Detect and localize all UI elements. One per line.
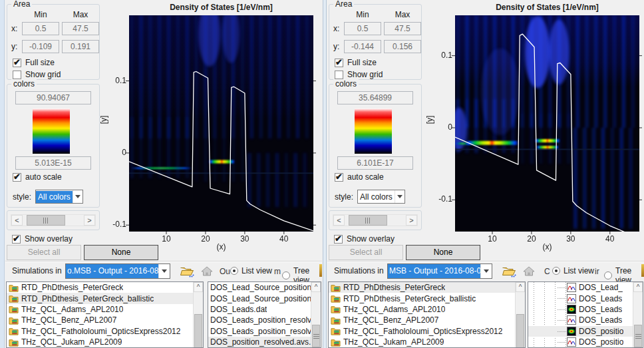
divider-groove [5,261,322,262]
tree-file-item[interactable]: DOS_Leads [528,304,633,315]
radio-circle [552,267,560,275]
x-max-field[interactable] [384,22,421,35]
scroll-right-button[interactable]: > [406,215,417,226]
folder-list-item[interactable]: THz_QCL_Fathololoumi_OpticsExpress2012 [7,326,193,337]
vscroll-thumb[interactable] [194,314,202,348]
auto-scale-checkbox[interactable]: auto scale [335,172,384,182]
simulation-folder-list[interactable]: RTD_PhDthesis_PeterGreckRTD_PhDthesis_Pe… [6,281,204,348]
x-row-label: x: [333,24,339,33]
color-max-field[interactable] [15,91,91,104]
folder-list-item[interactable]: RTD_PhDthesis_PeterGreck_ballistic [329,293,515,303]
simulation-folder-list[interactable]: RTD_PhDthesis_PeterGreckRTD_PhDthesis_Pe… [328,281,526,348]
simulations-combobox[interactable]: MSB - Output - 2016-08-09 [387,263,492,279]
full-size-checkbox[interactable]: Full size [335,58,377,67]
folder-list-item[interactable]: THz_QCL_Jukam_APL2009 [7,337,193,347]
tree-file-item[interactable]: DOS_positio [528,326,633,337]
folder-list-item[interactable]: RTD_PhDthesis_PeterGreck_ballistic [7,293,193,303]
hscroll-track[interactable] [23,215,84,226]
file-list-item[interactable]: DOS_Leads_position_resolve [208,326,311,337]
list-vscrollbar[interactable]: ^ [193,282,203,347]
hscroll-track[interactable] [345,215,406,226]
open-folder-icon[interactable] [502,265,516,277]
select-all-button[interactable]: Select all [329,245,403,260]
x-min-field[interactable] [344,22,381,35]
colormap-icon [567,327,576,336]
file-list-item[interactable]: DOS_Lead_Source_position_ [208,282,311,293]
folder-list-item[interactable]: THz_QCL_Adams_APL2010 [7,304,193,315]
list-view-radio[interactable]: List view [230,266,272,275]
file-list-item[interactable]: DOS_position_resolved.avs.fl [208,337,311,347]
show-grid-checkbox[interactable]: Show grid [13,70,61,79]
output-file-tree[interactable]: DOS_Lead_DOS_LeadsDOS_LeadsDOS_LeadsDOS_… [528,281,643,348]
scroll-up-button[interactable]: ^ [633,282,643,292]
scroll-left-button[interactable]: < [11,215,23,226]
vscroll-thumb[interactable] [516,314,524,348]
tree-file-item[interactable]: DOS_Leads [528,315,633,325]
line-chart-icon [567,337,576,347]
checkbox-label: Full size [347,58,377,67]
y-max-field[interactable] [62,40,99,53]
home-icon[interactable] [200,265,215,277]
tree-file-item[interactable]: DOS_Leads [528,293,633,303]
show-overlay-checkbox[interactable]: Show overlay [334,234,395,244]
list-item-label: THz_QCL_Fathololoumi_OpticsExpress2012 [21,327,180,336]
density-heatmap[interactable] [129,15,313,232]
file-list-item[interactable]: DOS_Leads_position_resolve [208,315,311,325]
show-overlay-checkbox[interactable]: Show overlay [12,234,73,244]
x-min-field[interactable] [22,22,59,35]
list-view-radio[interactable]: List view [552,266,594,275]
full-size-checkbox[interactable]: Full size [13,58,55,67]
vscroll-thumb[interactable] [312,325,320,347]
folder-list-item[interactable]: RTD_PhDthesis_PeterGreck [329,282,515,293]
list-vscrollbar[interactable]: ^ [311,282,321,347]
style-select[interactable]: All colors [357,190,405,204]
style-label: style: [335,192,353,202]
tree-file-item[interactable]: DOS_Lead_ [528,282,633,293]
list-item-label: RTD_PhDthesis_PeterGreck [343,283,445,292]
auto-scale-checkbox[interactable]: auto scale [13,172,62,182]
scroll-up-button[interactable]: ^ [516,282,525,292]
radio-label: List view [564,266,594,275]
folder-list-item[interactable]: THz_QCL_Jukam_APL2009 [329,337,515,347]
color-min-field[interactable] [15,156,91,170]
y-min-field[interactable] [22,40,59,53]
folder-list-item[interactable]: THz_QCL_Benz_APL2007 [7,315,193,325]
hscroll-thumb[interactable] [27,215,65,226]
density-plot[interactable]: [y] (x) 102030400.10-0.1 [455,15,639,232]
color-max-field[interactable] [337,91,413,104]
show-grid-checkbox[interactable]: Show grid [335,70,383,79]
file-list-item[interactable]: DOS_Leads.dat [208,304,311,315]
checkbox-label: Full size [25,58,55,67]
list-vscrollbar[interactable]: ^ [633,282,643,347]
vscroll-thumb[interactable] [634,325,642,347]
style-select[interactable]: All colors [35,190,83,204]
folder-list-item[interactable]: THz_QCL_Fathololoumi_OpticsExpress2012 [329,326,515,337]
scroll-up-button[interactable]: ^ [194,282,203,292]
x-max-field[interactable] [62,22,99,35]
file-list-item[interactable]: DOS_Lead_Source_position_ [208,293,311,303]
list-vscrollbar[interactable]: ^ [515,282,525,347]
x-row-label: x: [11,24,17,33]
home-icon[interactable] [522,265,537,277]
open-folder-icon[interactable] [180,265,194,277]
folder-list-item[interactable]: RTD_PhDthesis_PeterGreck [7,282,193,293]
simulations-combobox[interactable]: o.MSB - Output - 2016-08-09 [65,263,170,279]
y-min-field[interactable] [344,40,381,53]
color-min-field[interactable] [337,156,413,170]
density-heatmap[interactable] [455,15,639,232]
folder-icon [9,327,19,335]
hscroll-thumb[interactable] [349,215,387,226]
tree-file-item[interactable]: DOS_positio [528,337,633,347]
panel-divider[interactable] [322,0,327,348]
plot-hscrollbar[interactable]: < > [333,214,418,226]
select-all-button[interactable]: Select all [7,245,81,260]
y-max-field[interactable] [384,40,421,53]
output-file-list[interactable]: DOS_Lead_Source_position_DOS_Lead_Source… [208,281,321,348]
folder-list-item[interactable]: THz_QCL_Adams_APL2010 [329,304,515,315]
folder-list-item[interactable]: THz_QCL_Benz_APL2007 [329,315,515,325]
scroll-right-button[interactable]: > [84,215,95,226]
scroll-left-button[interactable]: < [333,215,345,226]
scroll-up-button[interactable]: ^ [311,282,321,292]
density-plot[interactable]: [y] (x) 102030400.10-0.1 [129,15,313,232]
plot-hscrollbar[interactable]: < > [11,214,96,226]
